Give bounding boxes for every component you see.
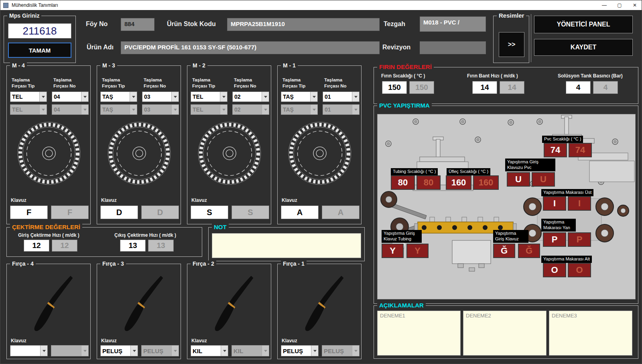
klavuz-label: Klavuz [282, 338, 297, 344]
brush-klavuz-select[interactable]: PELUŞ [281, 345, 319, 356]
machine-group-m1: M - 1 Taşlama Fırçası Tip Taşlama Fırças… [277, 65, 362, 224]
brush-group-title: Fırça - 3 [100, 260, 126, 267]
machine-group-title: M - 1 [281, 62, 298, 69]
cikis-cektirme-label: Çıkış Çektirme Hızı ( m/dk ) [114, 232, 176, 239]
pvc-title: PVC YAPIŞTIRMA [377, 102, 432, 109]
chevron-down-icon [81, 105, 88, 114]
brush-image [23, 271, 75, 336]
klavuz-label: Klavuz [11, 197, 26, 204]
taslama-tip-label: Taşlama Fırçası Tip [12, 77, 40, 89]
giris-klavuz-input[interactable]: Ğ [493, 244, 515, 258]
klavuz-label: Klavuz [282, 197, 297, 204]
tubing-sicaklik-input[interactable]: 80 [391, 175, 415, 190]
uflec-sicaklik-tag: Üfleç Sıcaklığı ( °C ) [447, 168, 490, 175]
firin-sicaklik-input[interactable]: 150 [382, 81, 407, 94]
resimler-button[interactable]: >> [499, 32, 524, 57]
giris-klavuzu-pvc-input[interactable]: U [507, 172, 530, 187]
chevron-down-icon [262, 92, 269, 102]
taslama-no-select[interactable]: 04 [52, 92, 89, 102]
solusyon-tank-input[interactable]: 4 [566, 81, 591, 94]
taslama-no-label: Taşlama Fırçası No [53, 77, 81, 89]
kaydet-button[interactable]: KAYDET [534, 39, 633, 56]
chevron-down-icon [220, 92, 227, 102]
minimize-icon[interactable]: — [597, 0, 612, 10]
brush-klavuz-select[interactable]: KIL [191, 345, 228, 356]
pvc-sicaklik-tag: Pvc Sıcaklığı ( °C ) [542, 136, 583, 143]
pvc-sicaklik-input[interactable]: 74 [544, 143, 567, 157]
klavuz-input-disabled: D [141, 205, 179, 219]
taslama-no-select[interactable]: 03 [142, 92, 179, 102]
chevron-down-icon [262, 346, 269, 356]
chevron-down-icon [310, 92, 317, 102]
mps-input[interactable]: 211618 [8, 23, 71, 39]
close-icon[interactable]: ✕ [627, 0, 642, 10]
yonetici-panel-button[interactable]: YÖNETİCİ PANEL [534, 16, 633, 33]
taslama-tip-select[interactable]: TEL [191, 92, 228, 102]
makara-alt-tag: Yapıştırma Makarası Alt [541, 256, 592, 263]
chevron-down-icon [171, 105, 179, 114]
foy-no-label: Föy No [86, 20, 108, 28]
tamam-button[interactable]: TAMAM [8, 43, 71, 58]
pvc-groupbox: PVC YAPIŞTIRMA [374, 106, 638, 304]
firin-sicaklik-input-disabled: 150 [409, 81, 434, 94]
brush-group-title: Fırça - 1 [281, 260, 307, 267]
brush-klavuz-select[interactable]: PELUŞ [100, 345, 138, 356]
brush-klavuz-select-disabled [51, 345, 89, 356]
app-window: Mühendislik Tanımları — ▢ ✕ Mps Giriniz … [0, 0, 642, 364]
taslama-tip-label: Taşlama Fırçası Tip [102, 77, 130, 89]
chevron-down-icon [130, 105, 137, 114]
pvc-machine-panel: Pvc Sıcaklığı ( °C ) 74 74 Yapıştırma Gi… [377, 114, 636, 299]
giris-cektirme-input[interactable]: 12 [24, 240, 49, 252]
machine-group-m3: M - 3 Taşlama Fırçası Tip Taşlama Fırças… [97, 65, 181, 224]
taslama-tip-select-disabled: TAŞ [281, 104, 318, 115]
chevron-down-icon [262, 105, 269, 114]
makara-alt-input[interactable]: O [543, 263, 566, 277]
aciklamalar-title: AÇIKLAMALAR [377, 302, 426, 309]
maximize-icon[interactable]: ▢ [612, 0, 627, 10]
machine-group-title: M - 4 [10, 62, 27, 69]
brush-group-3: Fırça - 3 Klavuz PELUŞ PELUŞ [97, 264, 181, 359]
giris-klavuz-tubing-tag: Yapıştırma Giriş Klavuz Tubing [382, 230, 422, 243]
klavuz-input[interactable]: F [10, 205, 48, 219]
aciklama-textarea-1[interactable]: DENEME1 [377, 311, 461, 356]
aciklama-textarea-2[interactable]: DENEME2 [463, 311, 547, 356]
brush-group-1: Fırça - 1 Klavuz PELUŞ PELUŞ [277, 264, 362, 359]
klavuz-input[interactable]: D [100, 205, 138, 219]
taslama-no-select[interactable]: 01 [323, 92, 360, 102]
revizyon-label: Revizyon [382, 44, 410, 51]
taslama-tip-select-disabled: TEL [191, 104, 228, 115]
klavuz-input[interactable]: S [191, 205, 228, 219]
taslama-tip-label: Taşlama Fırçası Tip [282, 77, 311, 89]
firin-bant-hizi-label: Fırın Bant Hızı ( m/dk ) [467, 73, 518, 79]
aciklama-textarea-3[interactable]: DENEME3 [549, 311, 632, 356]
brush-image [113, 271, 165, 336]
taslama-no-select-disabled: 04 [52, 104, 89, 115]
firin-bant-hizi-input[interactable]: 14 [472, 81, 497, 94]
giris-klavuzu-pvc-input-disabled: U [532, 172, 555, 187]
taslama-tip-select[interactable]: TEL [10, 92, 47, 102]
taslama-no-select[interactable]: 02 [232, 92, 269, 102]
chevron-down-icon [352, 346, 359, 356]
makara-ust-input[interactable]: I [543, 196, 566, 211]
makara-yan-input[interactable]: P [543, 232, 566, 247]
cikis-cektirme-input[interactable]: 13 [120, 240, 146, 252]
tezgah-value: M018 - PVC / [420, 16, 486, 32]
taslama-tip-select[interactable]: TAŞ [281, 92, 318, 102]
taslama-tip-select[interactable]: TAŞ [100, 92, 137, 102]
resimler-groupbox: Resimler >> [493, 16, 529, 63]
makara-yan-tag: Yapıştırma Makarası Yan [541, 219, 576, 232]
giris-klavuz-tubing-input[interactable]: Y [382, 244, 404, 258]
tubing-sicaklik-input-disabled: 80 [416, 175, 441, 190]
urun-stok-kodu-value: MPRPA25B1M1910 [227, 18, 380, 31]
chevron-down-icon [352, 92, 359, 102]
urun-adi-label: Ürün Adı [87, 44, 114, 51]
not-textarea[interactable] [212, 233, 361, 258]
giris-cektirme-label: Giriş Çektirme Hızı ( m/dk ) [18, 232, 79, 239]
uflec-sicaklik-input[interactable]: 160 [446, 175, 471, 190]
not-title: NOT [212, 224, 229, 230]
klavuz-input[interactable]: A [281, 205, 319, 219]
brush-group-title: Fırça - 2 [191, 260, 216, 267]
chevron-down-icon [81, 92, 88, 102]
chevron-down-icon [130, 92, 137, 102]
brush-klavuz-select[interactable] [10, 345, 48, 356]
